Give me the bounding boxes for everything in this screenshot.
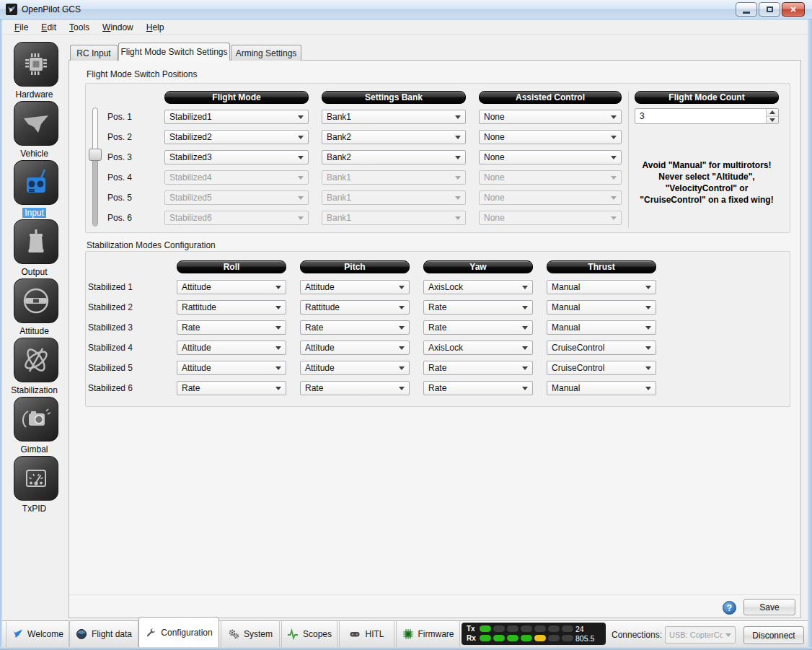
pos5-flight-mode-select[interactable]: Stabilized5 [164, 190, 309, 205]
telemetry-segment-green [480, 635, 491, 641]
close-button[interactable]: ✕ [782, 2, 805, 17]
pos3-settings-bank-select[interactable]: Bank2 [322, 150, 466, 164]
chevron-down-icon [645, 387, 651, 390]
sidebar-item-vehicle[interactable] [14, 101, 58, 146]
connections-label: Connections: [612, 630, 662, 640]
pos1-assisted-control-select[interactable]: None [479, 110, 622, 124]
pos1-flight-mode-select[interactable]: Stabilized1 [164, 110, 309, 124]
stab5-thrust-select[interactable]: CruiseControl [547, 361, 656, 375]
pos2-flight-mode-select[interactable]: Stabilized2 [164, 130, 309, 144]
stab5-roll-select[interactable]: Attitude [177, 361, 286, 375]
app-window: OpenPilot GCS ✕ File Edit Tools Window H… [0, 0, 812, 650]
stab2-yaw-select[interactable]: Rate [423, 300, 533, 315]
stab2-roll-select[interactable]: Rattitude [177, 300, 286, 315]
tx-segments [480, 625, 573, 632]
menu-file[interactable]: File [8, 21, 35, 34]
stab2-thrust-select[interactable]: Manual [547, 300, 656, 315]
stab2-pitch-select[interactable]: Rattitude [300, 300, 410, 315]
help-button[interactable]: ? [723, 601, 736, 615]
menu-help[interactable]: Help [140, 21, 171, 34]
mode-tab-welcome[interactable]: Welcome [6, 620, 69, 647]
mode-tab-scopes[interactable]: Scopes [281, 620, 337, 647]
save-button[interactable]: Save [743, 599, 795, 615]
tab-rc-input[interactable]: RC Input [70, 45, 118, 61]
chevron-down-icon [611, 115, 617, 119]
stab5-yaw-select[interactable]: Rate [423, 361, 533, 375]
mode-tab-hitl[interactable]: HITL [339, 620, 394, 647]
mode-tab-firmware[interactable]: Firmware [396, 620, 460, 647]
pos4-assisted-control-select[interactable]: None [479, 170, 622, 185]
pos6-flight-mode-select[interactable]: Stabilized6 [164, 211, 309, 225]
camera-icon [19, 402, 53, 436]
chevron-down-icon [399, 387, 405, 390]
pos5-settings-bank-select[interactable]: Bank1 [322, 190, 466, 205]
pos6-assisted-control-select[interactable]: None [479, 211, 622, 225]
pos2-settings-bank-select[interactable]: Bank2 [322, 130, 466, 144]
menu-window[interactable]: Window [96, 21, 140, 34]
telemetry-segment-green [480, 625, 491, 632]
column-header-yaw: Yaw [423, 260, 533, 273]
maximize-button[interactable] [759, 2, 780, 17]
sidebar-item-txpid[interactable] [14, 456, 58, 501]
column-header-roll: Roll [177, 260, 286, 273]
flight-mode-slider[interactable] [88, 107, 102, 227]
pos4-settings-bank-select[interactable]: Bank1 [322, 170, 466, 185]
tx-value: 24 [575, 625, 604, 633]
spin-up-button[interactable] [767, 109, 778, 117]
tab-arming-settings[interactable]: Arming Settings [231, 45, 301, 61]
titlebar[interactable]: OpenPilot GCS ✕ [0, 0, 812, 19]
disconnect-button[interactable]: Disconnect [743, 626, 804, 644]
pos2-assisted-control-select[interactable]: None [479, 130, 622, 144]
pos1-settings-bank-select[interactable]: Bank1 [322, 110, 466, 124]
slider-handle[interactable] [89, 149, 102, 161]
stab6-pitch-select[interactable]: Rate [300, 381, 410, 395]
stab3-roll-select[interactable]: Rate [177, 320, 286, 335]
chevron-down-icon [275, 346, 281, 350]
sidebar-item-gimbal[interactable] [14, 397, 58, 442]
mode-tab-configuration[interactable]: Configuration [138, 617, 219, 647]
stab1-thrust-select[interactable]: Manual [547, 280, 656, 294]
connection-select[interactable]: USB: CopterControl [665, 626, 736, 644]
stab5-pitch-select[interactable]: Attitude [300, 361, 410, 375]
pos3-flight-mode-select[interactable]: Stabilized3 [164, 150, 309, 164]
stab4-roll-select[interactable]: Attitude [177, 341, 286, 355]
stab3-pitch-select[interactable]: Rate [300, 320, 410, 335]
pos5-assisted-control-select[interactable]: None [479, 190, 622, 205]
mode-tab-flight-data[interactable]: Flight data [69, 620, 138, 647]
flight-mode-count-spinbox[interactable]: 3 [635, 108, 779, 124]
stab3-yaw-select[interactable]: Rate [423, 320, 533, 335]
chevron-down-icon [298, 216, 304, 220]
sidebar-item-output[interactable] [14, 219, 58, 264]
tab-flight-mode-switch-settings[interactable]: Flight Mode Switch Settings [118, 43, 230, 61]
arrow-up-icon [769, 110, 775, 114]
stab4-yaw-select[interactable]: AxisLock [423, 341, 533, 355]
sidebar-item-attitude[interactable] [14, 278, 58, 323]
chevron-down-icon [522, 366, 528, 370]
stab6-yaw-select[interactable]: Rate [423, 381, 533, 395]
chevron-down-icon [275, 387, 281, 390]
stab1-pitch-select[interactable]: Attitude [300, 280, 410, 294]
chevron-down-icon [275, 326, 281, 330]
stab1-roll-select[interactable]: Attitude [177, 280, 286, 294]
sidebar-item-hardware[interactable] [14, 42, 58, 87]
stab4-pitch-select[interactable]: Attitude [300, 341, 410, 355]
stab6-thrust-select[interactable]: Manual [547, 381, 656, 395]
slider-track[interactable] [92, 107, 98, 227]
spin-down-button[interactable] [767, 117, 778, 124]
chip-icon [19, 47, 53, 82]
minimize-icon [743, 12, 750, 14]
menu-tools[interactable]: Tools [63, 21, 96, 34]
stab6-roll-select[interactable]: Rate [177, 381, 286, 395]
stab4-thrust-select[interactable]: CruiseControl [547, 341, 656, 355]
stab3-thrust-select[interactable]: Manual [547, 320, 656, 335]
pos4-flight-mode-select[interactable]: Stabilized4 [164, 170, 309, 185]
stab1-yaw-select[interactable]: AxisLock [423, 280, 533, 294]
sidebar-item-stabilization[interactable] [14, 338, 58, 382]
pos3-assisted-control-select[interactable]: None [479, 150, 622, 164]
sidebar-item-input[interactable] [14, 160, 58, 205]
menu-edit[interactable]: Edit [35, 21, 63, 34]
minimize-button[interactable] [736, 2, 757, 17]
mode-tab-system[interactable]: System [221, 620, 280, 647]
pos6-settings-bank-select[interactable]: Bank1 [322, 211, 466, 225]
sidebar-label-gimbal: Gimbal [0, 444, 69, 454]
